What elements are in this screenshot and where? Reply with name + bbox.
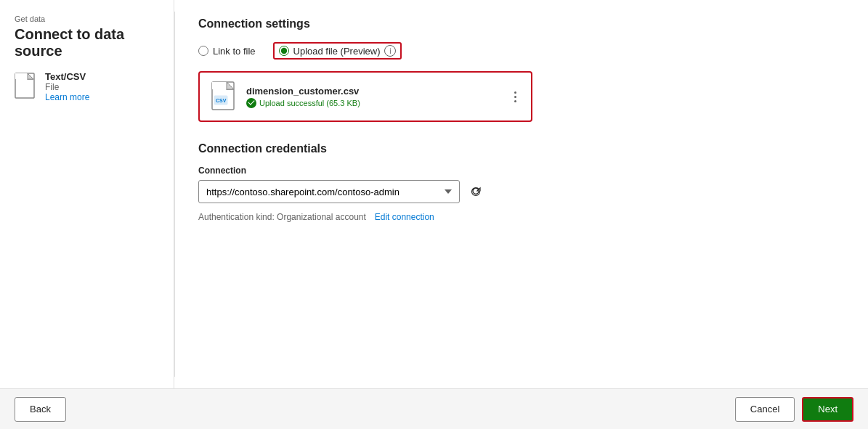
text-csv-icon: [15, 73, 38, 100]
sidebar-item-info: Text/CSV File Learn more: [45, 71, 89, 102]
upload-card-left: CSV dimension_customer.csv Upload succes…: [211, 81, 360, 112]
link-to-file-radio[interactable]: [198, 46, 208, 56]
upload-card-info: dimension_customer.csv Upload successful…: [246, 86, 360, 108]
connection-select[interactable]: https://contoso.sharepoint.com/contoso-a…: [198, 180, 460, 203]
page-title: Connect to data source: [15, 26, 159, 60]
upload-status-text: Upload successful (65.3 KB): [259, 99, 360, 107]
connection-field-label: Connection: [198, 166, 845, 176]
csv-file-icon: CSV: [211, 81, 238, 112]
success-check-icon: [246, 98, 256, 108]
upload-file-option[interactable]: Upload file (Preview): [279, 46, 381, 57]
upload-file-radio[interactable]: [279, 46, 289, 56]
svg-rect-3: [212, 82, 227, 89]
credentials-title: Connection credentials: [198, 142, 845, 155]
svg-rect-1: [15, 73, 28, 79]
info-icon[interactable]: i: [384, 45, 396, 57]
sidebar-item-name: Text/CSV: [45, 71, 89, 82]
footer-left: Back: [15, 397, 66, 422]
upload-status: Upload successful (65.3 KB): [246, 98, 360, 108]
connection-row: https://contoso.sharepoint.com/contoso-a…: [198, 180, 845, 203]
more-options-button[interactable]: [511, 89, 519, 105]
back-button[interactable]: Back: [15, 397, 66, 422]
auth-text: Authentication kind: Organizational acco…: [198, 212, 366, 222]
sidebar: Get data Connect to data source Text/CSV…: [0, 0, 174, 388]
main-panel: Connection settings Link to file Upload …: [175, 0, 868, 388]
upload-filename: dimension_customer.csv: [246, 86, 360, 97]
svg-text:CSV: CSV: [216, 98, 227, 103]
radio-group: Link to file Upload file (Preview) i: [198, 42, 845, 60]
next-button[interactable]: Next: [802, 397, 853, 422]
upload-card: CSV dimension_customer.csv Upload succes…: [211, 81, 519, 112]
sidebar-item-textcsv: Text/CSV File Learn more: [15, 71, 159, 102]
credentials-section: Connection credentials Connection https:…: [198, 142, 845, 222]
footer-right: Cancel Next: [735, 397, 853, 422]
upload-file-label: Upload file (Preview): [293, 46, 381, 57]
link-to-file-option[interactable]: Link to file: [198, 46, 256, 57]
refresh-button[interactable]: [466, 181, 486, 202]
learn-more-link[interactable]: Learn more: [45, 92, 89, 102]
cancel-button[interactable]: Cancel: [735, 397, 795, 422]
sidebar-item-type: File: [45, 82, 89, 92]
upload-option-box: Upload file (Preview) i: [273, 42, 402, 60]
refresh-icon: [470, 186, 482, 197]
breadcrumb: Get data: [15, 15, 159, 23]
upload-card-container: CSV dimension_customer.csv Upload succes…: [198, 71, 532, 122]
edit-connection-link[interactable]: Edit connection: [375, 212, 434, 222]
auth-info: Authentication kind: Organizational acco…: [198, 211, 845, 222]
link-to-file-label: Link to file: [213, 46, 256, 57]
connection-settings-title: Connection settings: [198, 17, 845, 30]
footer: Back Cancel Next: [0, 388, 868, 429]
